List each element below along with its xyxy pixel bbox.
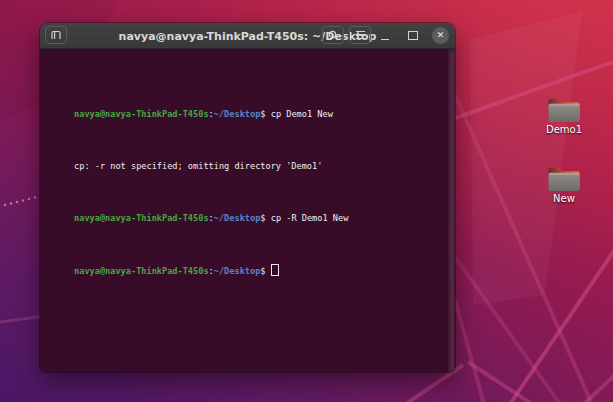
terminal-prompt-line: navya@navya-ThinkPad-T450s:~/Desktop$cp … (43, 95, 445, 108)
scrollbar-thumb[interactable] (450, 51, 454, 370)
hamburger-icon (356, 31, 365, 39)
minimize-icon (381, 39, 389, 41)
prompt-user: navya@navya-ThinkPad-T450s (74, 109, 209, 119)
menu-button[interactable] (349, 26, 371, 44)
terminal-titlebar[interactable]: navya@navya-ThinkPad-T450s: ~/Desktop ✕ (40, 23, 455, 49)
terminal-window: navya@navya-ThinkPad-T450s: ~/Desktop ✕ … (40, 23, 455, 372)
minimize-button[interactable] (378, 26, 392, 44)
terminal-scrollbar[interactable] (448, 49, 455, 372)
desktop-icon-label: Demo1 (546, 124, 582, 136)
terminal-cursor (271, 264, 279, 276)
command-text: cp -R Demo1 New (271, 213, 349, 223)
prompt-user: navya@navya-ThinkPad-T450s (74, 213, 209, 223)
maximize-button[interactable] (406, 26, 420, 44)
new-tab-button[interactable] (45, 26, 67, 44)
search-icon (328, 30, 339, 41)
terminal-prompt-line: navya@navya-ThinkPad-T450s:~/Desktop$cp … (43, 199, 445, 212)
maximize-icon (408, 31, 418, 40)
output-text: cp: -r not specified; omitting directory… (74, 161, 322, 171)
prompt-user: navya@navya-ThinkPad-T450s (74, 266, 209, 276)
desktop-icon-label: New (553, 193, 575, 205)
desktop-icon-demo1[interactable]: Demo1 (532, 95, 596, 136)
prompt-path: ~/Desktop (214, 266, 261, 276)
command-text: cp Demo1 New (271, 109, 333, 119)
folder-icon (546, 95, 582, 123)
search-button[interactable] (322, 26, 344, 44)
desktop-icon-new[interactable]: New (532, 164, 596, 205)
prompt-path: ~/Desktop (214, 213, 261, 223)
folder-icon (546, 164, 582, 192)
terminal-output-line: cp: -r not specified; omitting directory… (43, 147, 445, 160)
close-button[interactable]: ✕ (432, 27, 449, 44)
terminal-prompt-line: navya@navya-ThinkPad-T450s:~/Desktop$ (43, 251, 445, 264)
desktop: { "desktop": { "icons": [ { "label": "De… (0, 0, 613, 402)
terminal-content[interactable]: navya@navya-ThinkPad-T450s:~/Desktop$cp … (40, 49, 455, 372)
prompt-path: ~/Desktop (214, 109, 261, 119)
close-icon: ✕ (437, 31, 445, 40)
new-tab-icon (50, 29, 62, 41)
